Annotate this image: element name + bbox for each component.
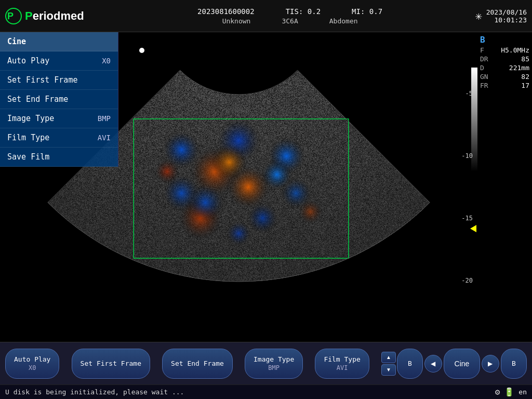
sidebar-item-film-type[interactable]: Film Type AVI xyxy=(0,128,118,148)
sidebar-item-image-type[interactable]: Image Type BMP xyxy=(0,109,118,128)
mode-letter: B xyxy=(480,35,529,45)
tis-label: TIS: 0.2 xyxy=(286,7,321,16)
depth-row: D 221mm xyxy=(480,64,529,72)
depth-scale: -5 -10 -15 -20 xyxy=(454,35,475,339)
nav-up-button[interactable]: ▲ xyxy=(381,352,396,363)
right-panel: B F H5.0MHz DR 85 D 221mm GN 82 FR 17 xyxy=(477,32,532,342)
depth-20: -20 xyxy=(454,277,475,284)
depth-triangle-marker xyxy=(470,225,476,232)
sidebar-item-save-film[interactable]: Save Film xyxy=(0,148,118,167)
status-message: U disk is being initialized, please wait… xyxy=(5,388,184,396)
freq-row: F H5.0MHz xyxy=(480,46,529,54)
mode-label: Abdomen xyxy=(329,17,358,25)
auto-play-button[interactable]: Auto Play X0 xyxy=(5,349,59,379)
sidebar-title: Cine xyxy=(0,32,118,51)
set-first-frame-button[interactable]: Set First Frame xyxy=(72,349,150,379)
depth-5: -5 xyxy=(454,90,475,97)
sidebar-item-set-first-frame[interactable]: Set First Frame xyxy=(0,71,118,90)
battery-icon: 🔋 xyxy=(504,387,514,397)
sidebar-item-auto-play[interactable]: Auto Play X0 xyxy=(0,51,118,71)
logo-icon: P xyxy=(5,8,22,24)
prev-frame-button[interactable]: ◀ xyxy=(424,355,442,373)
nav-down-button[interactable]: ▼ xyxy=(381,364,396,376)
set-end-frame-button[interactable]: Set End Frame xyxy=(162,349,233,379)
date-display: 2023/08/16 xyxy=(486,8,527,16)
dr-row: DR 85 xyxy=(480,55,529,63)
probe-label: 3C6A xyxy=(282,17,298,25)
nav-up-down: ▲ ▼ xyxy=(381,352,396,376)
cine-label-button[interactable]: Cine xyxy=(444,349,480,379)
logo-label: Periodmed xyxy=(25,9,84,23)
next-frame-button[interactable]: ▶ xyxy=(482,355,499,373)
dot-indicator xyxy=(139,48,144,53)
header: P Periodmed 2023081600002 TIS: 0.2 MI: 0… xyxy=(0,0,532,32)
b-left-button[interactable]: B xyxy=(397,349,423,379)
mi-label: MI: 0.7 xyxy=(352,7,382,16)
status-bar: U disk is being initialized, please wait… xyxy=(0,384,532,399)
sidebar-item-set-end-frame[interactable]: Set End Frame xyxy=(0,90,118,109)
usb-icon: ⚙ xyxy=(495,387,500,397)
depth-10: -10 xyxy=(454,152,475,159)
patient-id: 2023081600002 xyxy=(197,7,255,16)
snowflake-icon: ✳ xyxy=(475,9,482,22)
b-right-button[interactable]: B xyxy=(501,349,527,379)
logo: P Periodmed xyxy=(5,8,84,24)
time-display: 10:01:23 xyxy=(494,16,527,24)
cine-nav-group: ▲ ▼ B ◀ Cine ▶ B xyxy=(381,349,527,379)
patient-name: Unknown xyxy=(222,17,251,25)
bottom-bar: Auto Play X0 Set First Frame Set End Fra… xyxy=(0,342,532,384)
language-badge: en xyxy=(518,388,527,396)
status-right: ⚙ 🔋 en xyxy=(495,387,527,397)
fr-row: FR 17 xyxy=(480,82,529,89)
sidebar-menu: Cine Auto Play X0 Set First Frame Set En… xyxy=(0,32,118,167)
svg-text:P: P xyxy=(7,11,14,21)
film-type-button[interactable]: Film Type AVI xyxy=(315,349,369,379)
gain-row: GN 82 xyxy=(480,73,529,81)
image-type-button[interactable]: Image Type BMP xyxy=(245,349,303,379)
depth-15: -15 xyxy=(454,215,475,222)
